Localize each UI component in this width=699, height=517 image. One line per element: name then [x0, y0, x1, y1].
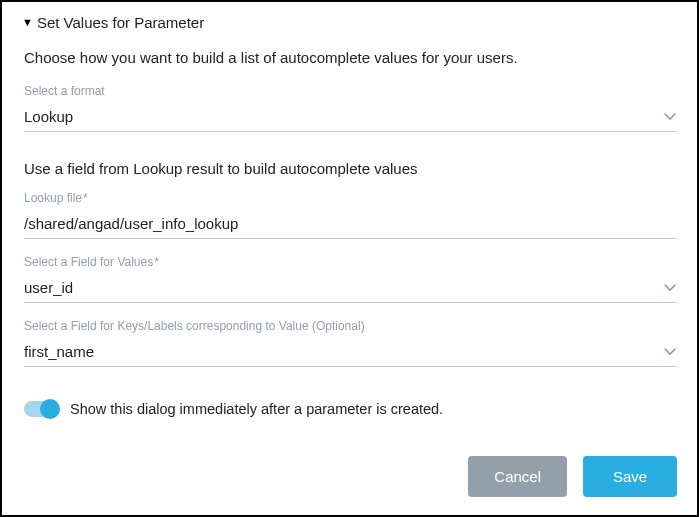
field-values-label: Select a Field for Values*: [24, 255, 677, 269]
dialog-header: ▼ Set Values for Parameter: [22, 14, 677, 31]
field-values-label-text: Select a Field for Values: [24, 255, 153, 269]
show-dialog-toggle[interactable]: [24, 401, 58, 417]
format-value: Lookup: [24, 108, 73, 125]
toggle-row: Show this dialog immediately after a par…: [22, 401, 677, 417]
field-keys-select[interactable]: first_name: [24, 339, 677, 367]
save-button[interactable]: Save: [583, 456, 677, 497]
format-select[interactable]: Lookup: [24, 104, 677, 132]
required-mark: *: [154, 255, 159, 269]
lookup-file-label: Lookup file*: [24, 191, 677, 205]
format-label: Select a format: [24, 84, 677, 98]
field-values-value: user_id: [24, 279, 73, 296]
instruction-text: Choose how you want to build a list of a…: [22, 49, 677, 66]
toggle-label: Show this dialog immediately after a par…: [70, 401, 443, 417]
lookup-file-field-group: Lookup file* /shared/angad/user_info_loo…: [22, 191, 677, 239]
collapse-icon[interactable]: ▼: [22, 17, 33, 28]
button-row: Cancel Save: [22, 456, 677, 497]
field-keys-value: first_name: [24, 343, 94, 360]
chevron-down-icon: [663, 347, 677, 357]
chevron-down-icon: [663, 112, 677, 122]
field-values-group: Select a Field for Values* user_id: [22, 255, 677, 303]
field-keys-label: Select a Field for Keys/Labels correspon…: [24, 319, 677, 333]
format-field-group: Select a format Lookup: [22, 84, 677, 132]
dialog-title: Set Values for Parameter: [37, 14, 204, 31]
field-values-select[interactable]: user_id: [24, 275, 677, 303]
chevron-down-icon: [663, 283, 677, 293]
lookup-file-value: /shared/angad/user_info_lookup: [24, 215, 238, 232]
cancel-button[interactable]: Cancel: [468, 456, 567, 497]
field-keys-group: Select a Field for Keys/Labels correspon…: [22, 319, 677, 367]
toggle-knob: [40, 399, 60, 419]
set-values-dialog: ▼ Set Values for Parameter Choose how yo…: [0, 0, 699, 517]
required-mark: *: [83, 191, 88, 205]
lookup-subheading: Use a field from Lookup result to build …: [22, 160, 677, 177]
lookup-file-input[interactable]: /shared/angad/user_info_lookup: [24, 211, 677, 239]
lookup-file-label-text: Lookup file: [24, 191, 82, 205]
